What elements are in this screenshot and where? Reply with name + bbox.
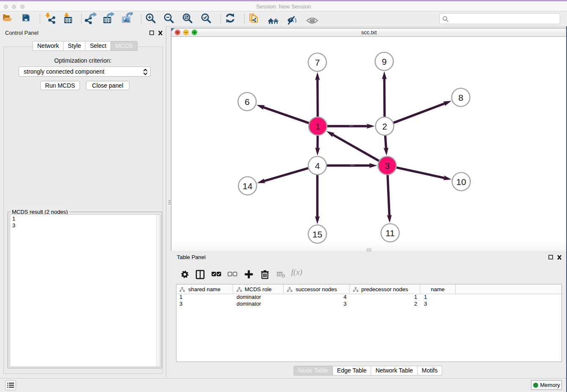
svg-text:15: 15 bbox=[312, 229, 322, 239]
svg-text:9: 9 bbox=[382, 57, 387, 66]
svg-text:11: 11 bbox=[385, 228, 395, 238]
svg-text:10: 10 bbox=[456, 177, 466, 187]
svg-text:2: 2 bbox=[382, 121, 387, 131]
svg-text:8: 8 bbox=[458, 93, 463, 102]
svg-text:14: 14 bbox=[242, 181, 253, 191]
svg-text:7: 7 bbox=[315, 58, 320, 67]
svg-text:6: 6 bbox=[245, 97, 250, 107]
svg-text:4: 4 bbox=[315, 161, 320, 171]
svg-text:3: 3 bbox=[385, 161, 390, 171]
svg-text:1: 1 bbox=[315, 121, 320, 131]
